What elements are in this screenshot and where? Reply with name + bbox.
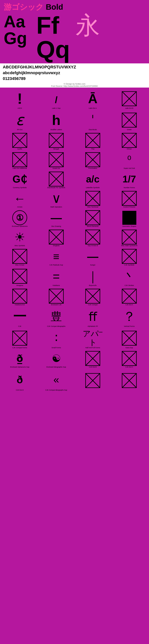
label-greek: Greek	[127, 129, 132, 130]
cell-geomshapes: Geometric Shapes	[111, 209, 147, 228]
label-verticalforms: Vertical Forms	[124, 325, 135, 327]
cell-kangxi: — Kangxi	[75, 248, 111, 266]
symbol-apt-block: ア パ ー ト	[83, 330, 103, 346]
symbol-e-open: ɛ	[16, 111, 24, 129]
label-latinextadd: Latin Ext Additional	[13, 167, 27, 169]
cell-diacritforsymbols: Diacriticals For Symbols	[38, 171, 74, 189]
cell-content-diacrit: ˈ	[75, 111, 110, 129]
cell-arrows: ← Arrows	[2, 190, 38, 208]
label-misctechnical: Misc Technical	[87, 206, 98, 208]
xbox-cjkcompatforms	[12, 331, 27, 346]
credit-row: © Design by fontke.com Font Source: http…	[0, 82, 149, 88]
cell-cjkexta: CJK Ext A	[111, 288, 147, 306]
label-kangxi: Kangxi	[90, 264, 95, 266]
label-dingbats: Dingbats	[53, 245, 60, 246]
cell-cjkcompatforms: CJK Compat Forms	[2, 329, 38, 349]
cell-cjksymbols: CJK Symbols	[111, 248, 147, 266]
label-superandsub: Super And Sub	[124, 167, 135, 169]
credit-text: © Design by fontke.com	[64, 83, 85, 85]
xbox-kanasup	[122, 331, 137, 346]
cell-halfandfull: ア パ ー ト Half And Full Forms	[75, 329, 111, 349]
cell-dingbats: Dingbats	[38, 229, 74, 247]
title-jp: 游ゴシック	[4, 2, 44, 11]
cell-cjkextc: CJK Ext C	[111, 350, 147, 369]
char-group-fq: Ff Qq	[31, 13, 70, 62]
xbox-diacritforsymbols	[49, 172, 64, 186]
label-miscmathsymb: Misc Math Symbols B	[121, 245, 137, 246]
cell-superandsub: ⁰ Super And Sub	[111, 151, 147, 170]
xbox-cjkextb	[85, 351, 100, 366]
label-alphabeticpf: Alphabetic PF	[88, 325, 98, 327]
cell-content-modifier: h	[39, 111, 74, 129]
label-enclosedideosup: Enclosed Ideographic Sup	[46, 366, 66, 368]
cell-miscsymbols: ☀ Misc Symbols	[2, 229, 38, 247]
cell-enclosedalpha-sup: ð̲ Enclosed Alphanums Sup	[2, 350, 38, 369]
label-cjkexta: CJK Ext A	[125, 304, 133, 306]
xbox-hiragana	[12, 269, 27, 284]
xbox-latinextadd	[12, 152, 27, 167]
label-latinextb: Latin Ext B	[125, 107, 133, 109]
symbol-ac: a/c	[86, 174, 99, 184]
label-bopomofo: Bopomofo	[89, 284, 96, 286]
cell-punctuation: Punctuation	[75, 151, 111, 170]
symbol-cjkextd: ð	[17, 374, 23, 386]
label-letterlike: Letterlike Symbols	[86, 187, 100, 188]
title-en: Bold	[44, 2, 63, 11]
cell-content-latinexta: Ā	[75, 90, 110, 107]
symbol-box-dash: —	[51, 212, 62, 224]
label-currency: Currency Symbols	[13, 187, 27, 188]
xbox-cjkexta	[122, 289, 137, 304]
cell-latinextb: Latin Ext B	[111, 90, 147, 110]
label-greekext: Greek Ext	[53, 167, 60, 169]
label-katakana: Katakana	[53, 284, 60, 286]
cell-cyrillic: Cyrillic	[2, 132, 38, 150]
cell-katakanaext: Katakana Ext	[2, 288, 38, 306]
cell-cjkcompat: CJK Compat	[75, 288, 111, 306]
label-bengali: Bengali	[53, 148, 59, 150]
xbox-miscmathsymb	[122, 230, 137, 244]
lowercase-row: abcdefghijklmnopqrstuvwxyz	[3, 70, 146, 76]
label-cyrillic: Cyrillic	[17, 148, 22, 150]
label-numberforms: Number Forms	[124, 187, 135, 188]
cell-extra1	[75, 370, 111, 392]
symbol-equals: =	[53, 270, 60, 283]
cell-greek: Greek	[111, 110, 147, 131]
cell-content-latin1sup: ı	[39, 90, 74, 107]
cell-hiragana: Hiragana	[2, 267, 38, 287]
label-halfandfull: Half And Full Forms	[85, 347, 100, 348]
label-diacrit: Diacriticals	[89, 129, 97, 130]
cell-boxdrawing: — Box Drawing	[38, 209, 74, 228]
label-enclosedalpha: Enclosed Alphanums	[12, 225, 28, 227]
xbox-enclosedcjk	[49, 289, 64, 304]
xbox-cjkextc	[122, 351, 137, 366]
xbox-blockelements	[85, 210, 100, 225]
symbol-superscript-0: ⁰	[127, 154, 131, 166]
cell-enclosedcjk: Enclosed CJK	[38, 288, 74, 306]
xbox-cjksymbols	[122, 249, 137, 264]
glyph-grid-container: ! ASCII ı Latin 1 Sup Ā Latin Ext A Lati…	[0, 88, 149, 394]
xbox-cjkcompat	[85, 289, 100, 304]
cell-cjkextd: ð CJK Ext D	[2, 370, 38, 392]
cell-cjk: 一 CJK	[2, 307, 38, 328]
kanji-sample: 永	[76, 13, 100, 37]
cell-thai: Thai	[75, 132, 111, 150]
symbol-ichi: 一	[13, 308, 26, 325]
cell-miscmathsymb: Misc Math Symbols B	[111, 229, 147, 247]
xbox-controlpictures	[122, 191, 137, 206]
cell-enclosedalpha: ① Enclosed Alphanums	[2, 209, 38, 228]
label-smallforms: Small Forms	[52, 347, 61, 348]
symbol-circle-1: ①	[12, 210, 27, 225]
symbol-ff-ligature: ﬀ	[89, 310, 97, 324]
label-geomshapes: Geometric Shapes	[122, 225, 136, 227]
label-cjkcompatideosup: CJK Compat Ideographs Sup	[45, 389, 67, 391]
label-enclosedcjk: Enclosed CJK	[51, 304, 62, 306]
symbol-ratio: ∶	[55, 331, 58, 345]
symbol-currency: G₵	[13, 173, 27, 185]
cell-khmer: Khmer	[111, 132, 147, 150]
cell-ipaext: ɛ IPA Ext	[2, 110, 38, 131]
label-miscarrows: Misc Arrows	[15, 264, 24, 266]
label-latin1sup: Latin 1 Sup	[52, 107, 61, 109]
cell-suparrowsb: Sup Arrows B	[75, 229, 111, 247]
label-cjkcompatforms: CJK Compat Forms	[12, 347, 27, 348]
cell-ascii: ! ASCII	[2, 90, 38, 110]
